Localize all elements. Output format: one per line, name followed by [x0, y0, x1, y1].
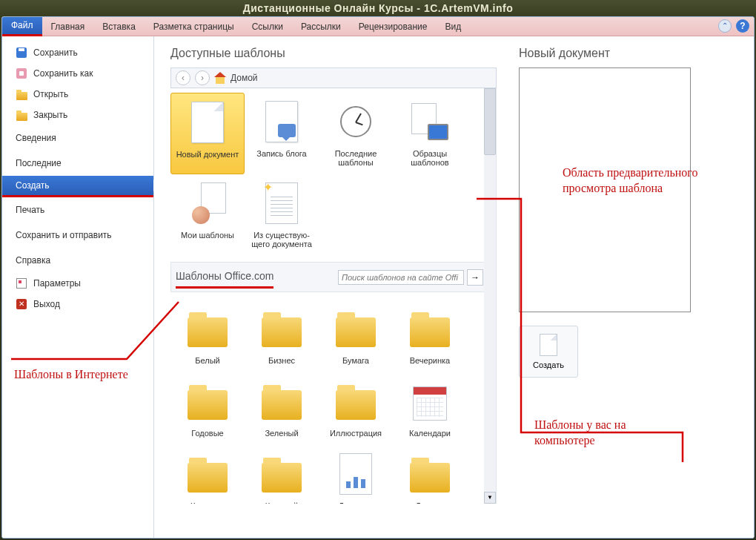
home-icon[interactable]: [214, 72, 226, 84]
help-icon[interactable]: ?: [736, 19, 749, 33]
scroll-thumb[interactable]: [484, 88, 496, 155]
preview-heading: Новый документ: [519, 47, 746, 60]
tab-view[interactable]: Вид: [436, 17, 470, 36]
folder-cards[interactable]: Карточки: [170, 445, 245, 504]
create-button[interactable]: Создать: [519, 326, 578, 378]
sidebar-save-as[interactable]: Сохранить как: [2, 63, 153, 84]
tab-home[interactable]: Главная: [42, 17, 94, 36]
preview-box: [519, 68, 691, 312]
office-folders: Белый Бизнес Бумага Вечеринка Годовые Зе…: [170, 295, 488, 504]
folder-personal[interactable]: Личные: [393, 445, 467, 504]
folder-flyers[interactable]: Листовки: [319, 445, 393, 504]
tab-layout[interactable]: Разметка страницы: [145, 17, 243, 36]
template-existing[interactable]: ✦Из существую- щего документа: [245, 174, 319, 256]
folder-party[interactable]: Вечеринка: [393, 300, 467, 372]
window-title: Дистанционные Онлайн Курсы - 1C.ArtemVM.…: [0, 0, 756, 16]
sidebar-options[interactable]: Параметры: [2, 273, 153, 294]
tab-file[interactable]: Файл: [2, 17, 42, 36]
tab-mailings[interactable]: Рассылки: [292, 17, 350, 36]
ribbon: Файл Главная Вставка Разметка страницы С…: [2, 17, 754, 36]
nav-back-icon[interactable]: ‹: [176, 70, 190, 85]
folder-green[interactable]: Зеленый: [245, 372, 319, 445]
sidebar-info[interactable]: Сведения: [2, 125, 153, 151]
templates-heading: Доступные шаблоны: [170, 47, 497, 60]
breadcrumb: ‹ › Домой: [170, 68, 497, 88]
folder-red[interactable]: Красный: [245, 445, 319, 504]
nav-forward-icon[interactable]: ›: [195, 70, 210, 85]
folder-calendars[interactable]: Календари: [393, 372, 467, 445]
open-icon: [16, 88, 27, 100]
sidebar-close[interactable]: Закрыть: [2, 105, 153, 125]
tab-review[interactable]: Рецензирование: [350, 17, 437, 36]
save-icon: [16, 47, 27, 59]
folder-white[interactable]: Белый: [170, 300, 245, 372]
template-recent[interactable]: Последние шаблоны: [319, 93, 393, 174]
sidebar-recent[interactable]: Последние: [2, 151, 153, 176]
sidebar-save-send[interactable]: Сохранить и отправить: [2, 223, 153, 248]
backstage-sidebar: Сохранить Сохранить как Открыть Закрыть …: [2, 36, 154, 538]
folder-business[interactable]: Бизнес: [245, 300, 319, 372]
folder-yearly[interactable]: Годовые: [170, 372, 245, 445]
template-new-document[interactable]: Новый документ: [170, 93, 245, 174]
tab-insert[interactable]: Вставка: [93, 17, 145, 36]
scrollbar[interactable]: ▲ ▼: [484, 88, 496, 504]
sidebar-save[interactable]: Сохранить: [2, 42, 153, 63]
minimize-ribbon-icon[interactable]: ⌃: [718, 19, 732, 33]
sidebar-open[interactable]: Открыть: [2, 84, 153, 105]
office-templates-heading: Шаблоны Office.com: [176, 266, 273, 289]
create-page-icon: [540, 334, 557, 356]
sidebar-help[interactable]: Справка: [2, 248, 153, 273]
sidebar-new[interactable]: Создать: [2, 176, 153, 197]
options-icon: [16, 277, 27, 289]
exit-icon: ✕: [16, 298, 27, 310]
scroll-down-icon[interactable]: ▼: [484, 492, 496, 504]
breadcrumb-home[interactable]: Домой: [231, 73, 258, 83]
template-blog-post[interactable]: Запись блога: [245, 93, 319, 174]
folder-illustration[interactable]: Иллюстрация: [319, 372, 393, 445]
search-input[interactable]: [338, 270, 464, 285]
sidebar-print[interactable]: Печать: [2, 197, 153, 223]
template-my[interactable]: Мои шаблоны: [170, 174, 245, 256]
tab-links[interactable]: Ссылки: [243, 17, 292, 36]
template-samples[interactable]: Образцы шаблонов: [393, 93, 467, 174]
sidebar-exit[interactable]: ✕Выход: [2, 294, 153, 315]
save-as-icon: [16, 68, 27, 79]
search-go-button[interactable]: →: [467, 269, 483, 286]
folder-paper[interactable]: Бумага: [319, 300, 393, 372]
close-icon: [16, 109, 27, 121]
